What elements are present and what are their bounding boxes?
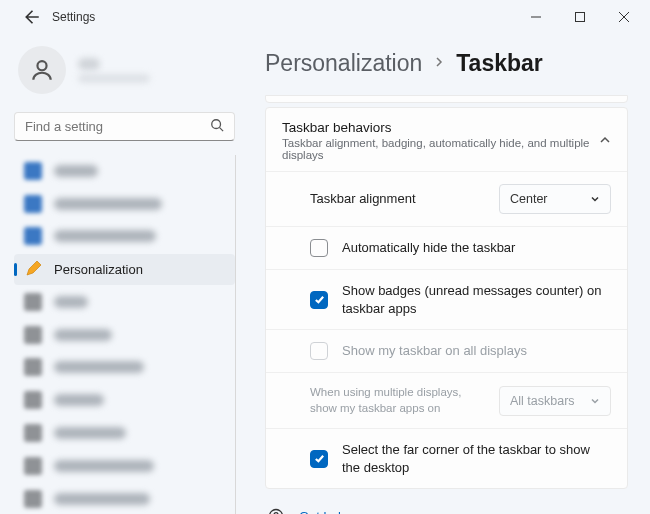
nav-item[interactable] [14, 319, 235, 350]
multi-display-row: When using multiple displays, show my ta… [266, 372, 627, 428]
nav-list: Personalization [14, 155, 236, 514]
alignment-row: Taskbar alignment Center [266, 171, 627, 226]
search-icon [210, 118, 224, 136]
all-displays-row: Show my taskbar on all displays [266, 329, 627, 372]
previous-section-edge [265, 95, 628, 103]
far-corner-label: Select the far corner of the taskbar to … [342, 441, 611, 476]
autohide-label: Automatically hide the taskbar [342, 239, 611, 257]
multi-display-label: When using multiple displays, show my ta… [310, 385, 485, 416]
maximize-button[interactable] [558, 2, 602, 32]
nav-item[interactable] [14, 221, 235, 252]
far-corner-row: Select the far corner of the taskbar to … [266, 428, 627, 488]
nav-item-personalization[interactable]: Personalization [14, 254, 235, 285]
taskbar-behaviors-card: Taskbar behaviors Taskbar alignment, bad… [265, 107, 628, 489]
help-icon [267, 507, 285, 514]
search-box[interactable] [14, 112, 235, 141]
nav-item[interactable] [14, 418, 235, 449]
svg-point-1 [37, 61, 46, 70]
search-input[interactable] [25, 119, 210, 134]
profile-name [78, 58, 100, 70]
avatar [18, 46, 66, 94]
breadcrumb: Personalization Taskbar [265, 50, 628, 77]
breadcrumb-current: Taskbar [456, 50, 543, 77]
help-text: Get help [299, 509, 348, 514]
nav-item[interactable] [14, 155, 235, 186]
card-title: Taskbar behaviors [282, 120, 599, 135]
user-profile[interactable] [14, 42, 235, 108]
all-displays-checkbox [310, 342, 328, 360]
back-button[interactable] [20, 7, 40, 27]
card-header[interactable]: Taskbar behaviors Taskbar alignment, bad… [266, 108, 627, 171]
breadcrumb-parent[interactable]: Personalization [265, 50, 422, 77]
nav-item[interactable] [14, 450, 235, 481]
badges-checkbox[interactable] [310, 291, 328, 309]
profile-email [78, 74, 150, 83]
nav-item[interactable] [14, 287, 235, 318]
get-help-link[interactable]: Get help [267, 507, 626, 514]
badges-row: Show badges (unread messages counter) on… [266, 269, 627, 329]
app-title: Settings [52, 10, 95, 24]
nav-item[interactable] [14, 352, 235, 383]
card-subtitle: Taskbar alignment, badging, automaticall… [282, 137, 599, 161]
personalization-icon [24, 260, 42, 278]
badges-label: Show badges (unread messages counter) on… [342, 282, 611, 317]
nav-item[interactable] [14, 483, 235, 514]
multi-display-select: All taskbars [499, 386, 611, 416]
svg-rect-0 [576, 13, 585, 22]
autohide-row: Automatically hide the taskbar [266, 226, 627, 269]
select-value: All taskbars [510, 394, 575, 408]
chevron-right-icon [434, 55, 444, 73]
chevron-up-icon [599, 132, 611, 150]
nav-item[interactable] [14, 385, 235, 416]
alignment-label: Taskbar alignment [310, 190, 485, 208]
select-value: Center [510, 192, 548, 206]
nav-item[interactable] [14, 188, 235, 219]
svg-point-2 [212, 119, 221, 128]
minimize-button[interactable] [514, 2, 558, 32]
chevron-down-icon [590, 396, 600, 406]
close-button[interactable] [602, 2, 646, 32]
autohide-checkbox[interactable] [310, 239, 328, 257]
all-displays-label: Show my taskbar on all displays [342, 342, 611, 360]
far-corner-checkbox[interactable] [310, 450, 328, 468]
alignment-select[interactable]: Center [499, 184, 611, 214]
chevron-down-icon [590, 194, 600, 204]
nav-label: Personalization [54, 262, 143, 277]
